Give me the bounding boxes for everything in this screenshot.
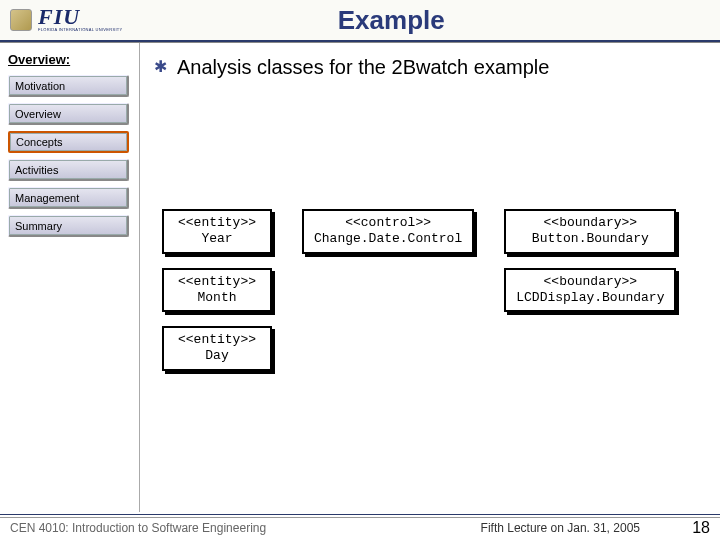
uml-col-entity: <<entity>> Year <<entity>> Month <<entit…	[162, 209, 272, 371]
uml-box-changedatecontrol: <<control>> Change.Date.Control	[302, 209, 474, 254]
sidebar-item-concepts[interactable]: Concepts	[8, 131, 129, 153]
fiu-logo: FIU FLORIDA INTERNATIONAL UNIVERSITY	[38, 8, 123, 32]
sidebar-item-motivation[interactable]: Motivation	[8, 75, 129, 97]
main-content: ✱ Analysis classes for the 2Bwatch examp…	[140, 42, 720, 512]
sidebar-item-label: Overview	[15, 108, 61, 120]
uml-box-month: <<entity>> Month	[162, 268, 272, 313]
uml-box-year: <<entity>> Year	[162, 209, 272, 254]
uml-name: Year	[174, 231, 260, 247]
sidebar-item-label: Activities	[15, 164, 58, 176]
seal-icon	[10, 9, 32, 31]
uml-name: Month	[174, 290, 260, 306]
uml-boxes: <<entity>> Year <<entity>> Month <<entit…	[162, 209, 702, 371]
footer-course: CEN 4010: Introduction to Software Engin…	[10, 521, 266, 535]
uml-stereo: <<entity>>	[174, 215, 260, 231]
sidebar-item-label: Management	[15, 192, 79, 204]
slide-footer: CEN 4010: Introduction to Software Engin…	[0, 514, 720, 540]
sidebar-item-overview[interactable]: Overview	[8, 103, 129, 125]
uml-col-boundary: <<boundary>> Button.Boundary <<boundary>…	[504, 209, 676, 371]
sidebar-item-summary[interactable]: Summary	[8, 215, 129, 237]
bullet-row: ✱ Analysis classes for the 2Bwatch examp…	[154, 56, 702, 79]
sidebar: Overview: Motivation Overview Concepts A…	[0, 42, 140, 512]
uml-name: Change.Date.Control	[314, 231, 462, 247]
uml-box-day: <<entity>> Day	[162, 326, 272, 371]
footer-rule	[0, 517, 720, 518]
uml-name: LCDDisplay.Boundary	[516, 290, 664, 306]
uml-stereo: <<entity>>	[174, 274, 260, 290]
uml-stereo: <<control>>	[314, 215, 462, 231]
footer-page-number: 18	[680, 519, 710, 537]
uml-stereo: <<entity>>	[174, 332, 260, 348]
uml-name: Day	[174, 348, 260, 364]
sidebar-item-label: Motivation	[15, 80, 65, 92]
bullet-text: Analysis classes for the 2Bwatch example	[177, 56, 549, 79]
logo-text: FIU	[38, 8, 123, 27]
sidebar-item-label: Summary	[15, 220, 62, 232]
uml-name: Button.Boundary	[516, 231, 664, 247]
uml-box-lcddisplayboundary: <<boundary>> LCDDisplay.Boundary	[504, 268, 676, 313]
sidebar-section-label: Overview:	[8, 52, 129, 67]
sidebar-item-label: Concepts	[16, 136, 62, 148]
asterisk-icon: ✱	[154, 56, 167, 78]
uml-stereo: <<boundary>>	[516, 274, 664, 290]
slide-header: FIU FLORIDA INTERNATIONAL UNIVERSITY Exa…	[0, 0, 720, 42]
uml-box-buttonboundary: <<boundary>> Button.Boundary	[504, 209, 676, 254]
slide-body: Overview: Motivation Overview Concepts A…	[0, 42, 720, 512]
sidebar-item-management[interactable]: Management	[8, 187, 129, 209]
sidebar-item-activities[interactable]: Activities	[8, 159, 129, 181]
logo-subtext: FLORIDA INTERNATIONAL UNIVERSITY	[38, 27, 123, 32]
uml-col-control: <<control>> Change.Date.Control	[302, 209, 474, 371]
slide-title: Example	[123, 5, 721, 36]
uml-stereo: <<boundary>>	[516, 215, 664, 231]
footer-lecture: Fifth Lecture on Jan. 31, 2005	[266, 521, 680, 535]
